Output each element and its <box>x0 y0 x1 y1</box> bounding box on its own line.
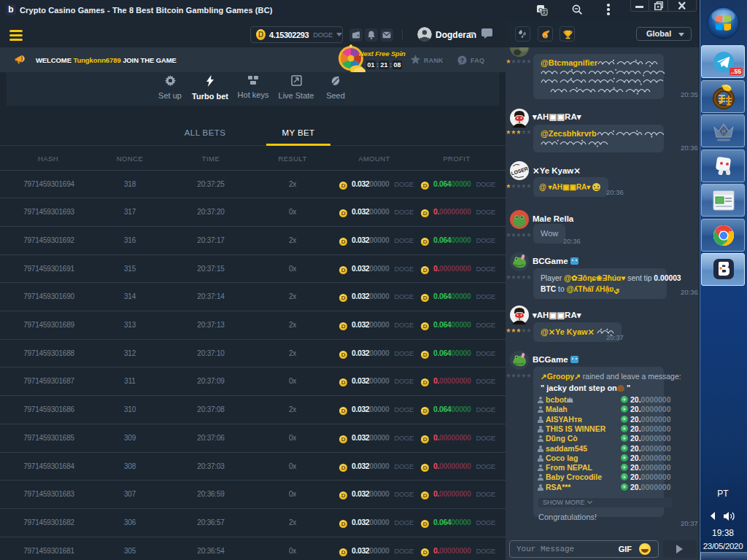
svg-text:文: 文 <box>542 9 547 15</box>
svg-text:?: ? <box>460 57 464 64</box>
svg-text:B: B <box>543 34 546 38</box>
